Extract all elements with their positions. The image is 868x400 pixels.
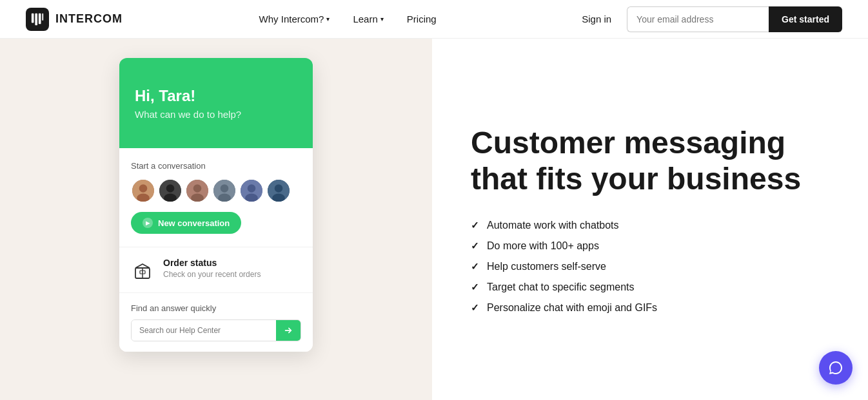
- order-status-title: Order status: [163, 258, 261, 268]
- start-conv-label: Start a conversation: [131, 161, 301, 171]
- svg-point-21: [272, 193, 285, 202]
- check-icon: ✓: [471, 302, 479, 314]
- logo-text: INTERCOM: [55, 12, 123, 26]
- nav-links: Why Intercom? ▾ Learn ▾ Pricing: [250, 8, 446, 30]
- avatar-face-4: [213, 178, 235, 203]
- svg-point-11: [193, 184, 202, 193]
- svg-point-9: [164, 193, 177, 202]
- play-icon: ▶: [143, 218, 153, 228]
- pricing-link[interactable]: Pricing: [398, 8, 446, 30]
- search-input-wrapper: [131, 319, 301, 341]
- avatar-4: [212, 178, 237, 203]
- why-intercom-chevron-icon: ▾: [326, 15, 330, 23]
- avatar-face-3: [186, 178, 208, 203]
- start-conversation-card: Start a conversation: [119, 148, 313, 247]
- email-cta-wrapper: Get started: [627, 6, 842, 32]
- order-status-desc: Check on your recent orders: [163, 270, 261, 279]
- avatar-2: [158, 178, 182, 203]
- order-status-card[interactable]: Order status Check on your recent orders: [119, 247, 313, 293]
- search-button[interactable]: [276, 320, 301, 341]
- chat-widget: Hi, Tara! What can we do to help? Start …: [119, 58, 313, 352]
- svg-point-5: [139, 184, 148, 193]
- feature-list: ✓Automate work with chatbots✓Do more wit…: [471, 220, 816, 314]
- hero-title: Customer messaging that fits your busine…: [471, 125, 816, 196]
- avatar-1: [131, 178, 155, 203]
- avatar-face-1: [132, 178, 154, 203]
- feature-item: ✓Personalize chat with emoji and GIFs: [471, 302, 816, 314]
- email-input[interactable]: [627, 6, 769, 32]
- svg-rect-3: [42, 13, 43, 20]
- svg-point-14: [221, 184, 229, 193]
- svg-point-12: [191, 193, 204, 202]
- svg-point-17: [248, 184, 256, 193]
- svg-point-18: [245, 193, 258, 202]
- avatar-face-6: [268, 178, 290, 203]
- learn-chevron-icon: ▾: [380, 15, 384, 23]
- widget-header: Hi, Tara! What can we do to help?: [119, 58, 313, 148]
- svg-point-20: [275, 184, 283, 193]
- widget-body: Start a conversation: [119, 148, 313, 352]
- signin-link[interactable]: Sign in: [573, 8, 620, 30]
- intercom-logo-svg: [30, 12, 44, 26]
- logo-icon: [26, 8, 49, 31]
- get-started-button[interactable]: Get started: [769, 6, 842, 32]
- chat-fab-button[interactable]: [819, 351, 853, 385]
- check-icon: ✓: [471, 240, 479, 252]
- nav-right: Sign in Get started: [573, 6, 842, 32]
- svg-point-8: [166, 184, 175, 193]
- right-panel: Customer messaging that fits your busine…: [432, 39, 868, 400]
- check-icon: ✓: [471, 281, 479, 293]
- learn-link[interactable]: Learn ▾: [344, 8, 392, 30]
- search-card-title: Find an answer quickly: [131, 303, 301, 313]
- avatar-face-5: [241, 178, 262, 203]
- navbar: INTERCOM Why Intercom? ▾ Learn ▾ Pricing…: [0, 0, 868, 39]
- widget-subtitle: What can we do to help?: [135, 109, 297, 120]
- why-intercom-link[interactable]: Why Intercom? ▾: [250, 8, 339, 30]
- svg-point-15: [218, 193, 231, 202]
- avatar-3: [185, 178, 210, 203]
- avatar-5: [239, 178, 264, 203]
- chat-fab-icon: [828, 360, 843, 376]
- avatar-face-2: [159, 178, 181, 203]
- svg-rect-2: [39, 13, 41, 24]
- check-icon: ✓: [471, 220, 479, 231]
- search-arrow-icon: [284, 326, 293, 335]
- main-content: Hi, Tara! What can we do to help? Start …: [0, 39, 868, 400]
- feature-item: ✓Target chat to specific segments: [471, 281, 816, 293]
- svg-point-6: [137, 193, 150, 202]
- svg-rect-1: [35, 13, 37, 24]
- feature-item: ✓Help customers self-serve: [471, 261, 816, 272]
- check-icon: ✓: [471, 261, 479, 272]
- widget-greeting: Hi, Tara!: [135, 87, 297, 105]
- order-box-icon: [131, 259, 154, 282]
- new-conversation-button[interactable]: ▶ New conversation: [131, 212, 241, 234]
- order-text: Order status Check on your recent orders: [163, 258, 261, 279]
- left-panel: Hi, Tara! What can we do to help? Start …: [0, 39, 432, 400]
- search-card: Find an answer quickly: [119, 293, 313, 352]
- feature-item: ✓Do more with 100+ apps: [471, 240, 816, 252]
- feature-item: ✓Automate work with chatbots: [471, 220, 816, 231]
- help-center-search-input[interactable]: [132, 320, 276, 341]
- avatar-6: [266, 178, 291, 203]
- svg-rect-0: [32, 13, 34, 23]
- agent-avatars: [131, 178, 301, 203]
- logo[interactable]: INTERCOM: [26, 8, 123, 31]
